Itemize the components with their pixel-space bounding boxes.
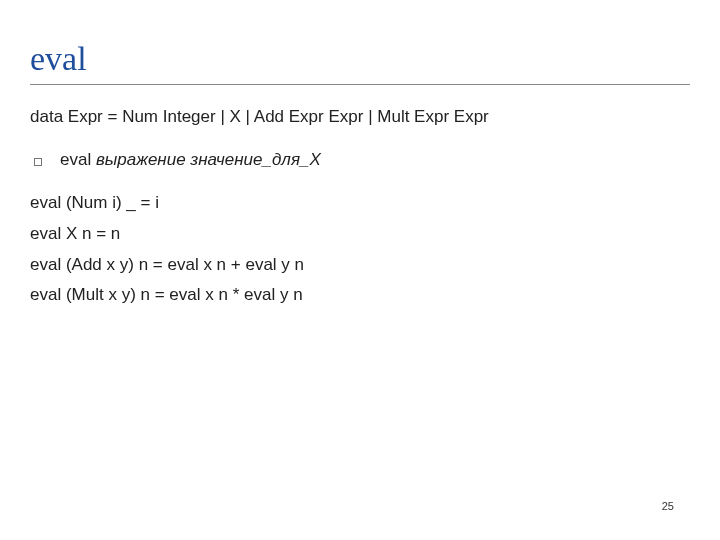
bullet-prefix: eval — [60, 150, 96, 169]
data-declaration: data Expr = Num Integer | X | Add Expr E… — [30, 103, 690, 132]
title-underline — [30, 84, 690, 85]
slide-content: data Expr = Num Integer | X | Add Expr E… — [30, 103, 690, 310]
code-line: eval X n = n — [30, 220, 690, 249]
code-line: eval (Mult x y) n = eval x n * eval y n — [30, 281, 690, 310]
code-line: eval (Num i) _ = i — [30, 189, 690, 218]
code-line: eval (Add x y) n = eval x n + eval y n — [30, 251, 690, 280]
bullet-box-icon — [34, 158, 42, 166]
slide-title: eval — [30, 40, 690, 78]
bullet-italic: выражение значение_для_X — [96, 150, 321, 169]
page-number: 25 — [662, 500, 674, 512]
bullet-text: eval выражение значение_для_X — [60, 146, 321, 175]
bullet-item: eval выражение значение_для_X — [30, 146, 690, 175]
code-block: eval (Num i) _ = i eval X n = n eval (Ad… — [30, 189, 690, 311]
